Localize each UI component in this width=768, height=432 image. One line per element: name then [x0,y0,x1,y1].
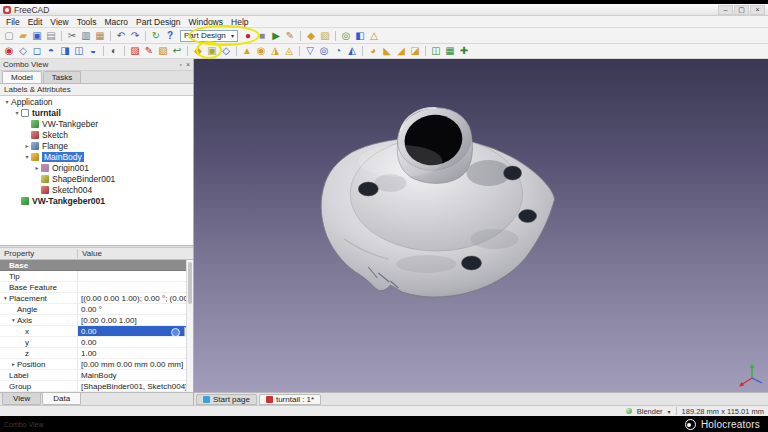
property-value[interactable]: [ShapeBinder001, Sketch004] [78,381,193,391]
paste-icon[interactable]: ▦ [94,30,106,42]
tree-item-application[interactable]: ▾ Application [0,96,193,107]
property-value[interactable]: MainBody [78,370,193,380]
print-icon[interactable]: ▤ [45,30,57,42]
tree-item-sketch004[interactable]: Sketch004 [0,184,193,195]
toolbar-separator[interactable] [101,45,106,57]
linear-pattern-icon[interactable]: ▦ [444,45,456,57]
property-value[interactable]: [0.00 0.00 1.00] [78,315,193,325]
flange-3d-model[interactable] [194,59,768,392]
tree-item-flange[interactable]: ▸ Flange [0,140,193,151]
mirrored-icon[interactable]: ◫ [430,45,442,57]
tree-item-origin001[interactable]: ▸ Origin001 [0,162,193,173]
prop-angle[interactable]: Angle 0.00 ° [0,304,193,315]
3d-viewport[interactable] [194,59,768,392]
tree-item-turntail[interactable]: ▾ turntail [0,107,193,118]
tree-item-vw-tankgeber[interactable]: VW-Tankgeber [0,118,193,129]
prop-axis-z[interactable]: z 1.00 [0,348,193,359]
prop-tip[interactable]: Tip [0,271,193,282]
toolbar-separator[interactable] [234,45,239,57]
navigation-style-selector[interactable]: Blender [637,407,663,416]
toolbar-separator[interactable] [333,30,338,42]
front-view-icon[interactable]: ◻ [31,45,43,57]
create-group-icon[interactable]: ▧ [319,30,331,42]
create-shapebinder-icon[interactable]: ▣ [206,45,218,57]
make-link-icon[interactable]: ◎ [340,30,352,42]
open-file-icon[interactable]: ▰ [17,30,29,42]
additive-pipe-icon[interactable]: ◬ [283,45,295,57]
tree-expander-icon[interactable]: ▸ [23,142,31,149]
create-sketch-icon[interactable]: ▨ [129,45,141,57]
create-part-icon[interactable]: ◆ [305,30,317,42]
property-value[interactable]: 0.00 [78,337,193,347]
tree-item-mainbody[interactable]: ▾ MainBody [0,151,193,162]
bottom-view-icon[interactable]: ◒ [87,45,99,57]
property-value[interactable] [78,282,193,292]
whats-this-icon[interactable]: ? [164,30,176,42]
prop-placement[interactable]: ▾ Placement [(0.00 0.00 1.00); 0.00 °; (… [0,293,193,304]
minimize-button[interactable]: – [718,5,733,15]
macro-edit-icon[interactable]: ✎ [284,30,296,42]
tab-data[interactable]: Data [42,393,81,405]
prop-base-feature[interactable]: Base Feature [0,282,193,293]
hole-icon[interactable]: ◎ [318,45,330,57]
subtractive-loft-icon[interactable]: ◭ [346,45,358,57]
toolbar-separator[interactable] [143,30,148,42]
save-icon[interactable]: ▣ [31,30,43,42]
polar-pattern-icon[interactable]: ✚ [458,45,470,57]
measure-icon[interactable]: △ [368,30,380,42]
menu-windows[interactable]: Windows [185,17,227,27]
fillet-icon[interactable]: ◕ [367,45,379,57]
refresh-icon[interactable]: ↻ [150,30,162,42]
close-panel-button[interactable]: × [186,61,190,68]
menu-help[interactable]: Help [227,17,252,27]
macro-stop-icon[interactable]: ■ [256,30,268,42]
toolbar-separator[interactable] [297,45,302,57]
std-views-icon[interactable]: ◧ [354,30,366,42]
property-value[interactable]: 0.00 ° [78,304,193,314]
property-expander-icon[interactable]: ▾ [2,295,9,301]
menu-macro[interactable]: Macro [100,17,132,27]
undo-icon[interactable]: ↶ [115,30,127,42]
axonometric-view-icon[interactable]: ◇ [17,45,29,57]
float-panel-button[interactable]: ▫ [179,61,181,68]
create-body-icon[interactable]: ◆ [192,45,204,57]
property-value[interactable]: [0.00 mm 0.00 mm 0.00 mm] [78,359,193,369]
menu-edit[interactable]: Edit [24,17,47,27]
prop-axis[interactable]: ▾ Axis [0.00 0.00 1.00] [0,315,193,326]
toolbar-separator[interactable] [108,30,113,42]
edit-sketch-icon[interactable]: ✎ [143,45,155,57]
prop-label[interactable]: Label MainBody [0,370,193,381]
rear-view-icon[interactable]: ◫ [73,45,85,57]
macro-record-icon[interactable]: ● [242,30,254,42]
menu-file[interactable]: File [2,17,24,27]
close-button[interactable]: × [750,5,765,15]
property-value[interactable]: 1.00 [78,348,193,358]
tab-tasks[interactable]: Tasks [43,71,81,83]
prop-axis-y[interactable]: y 0.00 [0,337,193,348]
prop-position[interactable]: ▸ Position [0.00 mm 0.00 mm 0.00 mm] [0,359,193,370]
thickness-icon[interactable]: ◪ [409,45,421,57]
revolution-icon[interactable]: ◉ [255,45,267,57]
macro-execute-icon[interactable]: ▶ [270,30,282,42]
property-value[interactable] [78,260,193,270]
toolbar-separator[interactable] [185,45,190,57]
redo-icon[interactable]: ↷ [129,30,141,42]
additive-loft-icon[interactable]: ◮ [269,45,281,57]
chevron-down-icon[interactable]: ▾ [668,408,671,415]
property-value[interactable]: 0.00 [78,326,193,336]
pocket-icon[interactable]: ▽ [304,45,316,57]
tree-expander-icon[interactable]: ▾ [13,109,21,116]
scrollbar-thumb[interactable] [188,262,192,304]
property-value[interactable]: [(0.00 0.00 1.00); 0.00 °; (0.00 mm 0.00… [78,293,193,303]
tree-expander-icon[interactable]: ▾ [23,153,31,160]
tab-start-page[interactable]: Start page [196,394,257,405]
menu-view[interactable]: View [46,17,72,27]
menu-tools[interactable]: Tools [73,17,101,27]
draft-icon[interactable]: ◢ [395,45,407,57]
prop-group[interactable]: Group [ShapeBinder001, Sketch004] [0,381,193,392]
draw-style-icon[interactable]: ◐ [108,45,120,57]
tab-model[interactable]: Model [2,71,42,83]
top-view-icon[interactable]: ◓ [45,45,57,57]
toolbar-separator[interactable] [298,30,303,42]
toolbar-separator[interactable] [59,30,64,42]
